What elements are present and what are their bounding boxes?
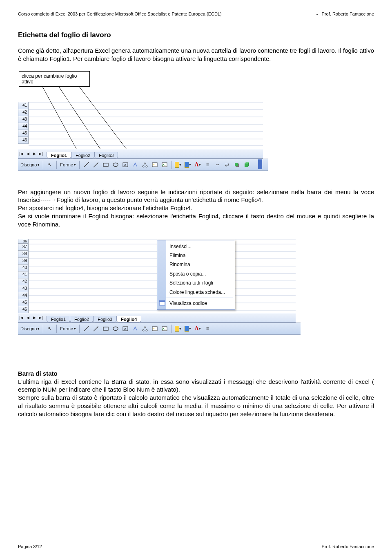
rectangle-icon[interactable] (102, 325, 109, 332)
drawing-toolbar: Disegno ▾ ↖ Forme ▾ A ▾ ▾ A▾ ≡ (18, 323, 301, 335)
line-color-icon[interactable]: ▾ (185, 161, 191, 168)
textbox-icon[interactable]: A (122, 161, 129, 168)
toolbar-separator (79, 325, 80, 333)
pointer-icon[interactable]: ↖ (47, 161, 53, 168)
footer-page-number: Pagina 3/12 (18, 544, 42, 549)
toolbar-separator (43, 161, 43, 169)
oval-icon[interactable] (112, 325, 119, 332)
svg-point-48 (144, 327, 146, 328)
svg-rect-13 (103, 163, 108, 166)
figure-sheet-tabs: clicca per cambiare foglio attivo 41 42 … (18, 70, 263, 177)
line-weight-icon[interactable]: ≡ (204, 161, 211, 168)
toolbar-grip-icon[interactable] (258, 159, 262, 169)
svg-rect-20 (152, 163, 157, 167)
section-heading-etichetta: Etichetta del foglio di lavoro (18, 31, 374, 39)
sheet-tabs-bar: |◀ ◀ ▶ ▶| Foglio1 Foglio2 Foglio3 (18, 149, 263, 159)
footer-author: Prof. Roberto Fantaccione (322, 544, 374, 549)
picture-icon[interactable] (161, 161, 168, 168)
paragraph-intro-1: Come già detto, all'apertura Excel gener… (18, 47, 374, 63)
clipart-icon[interactable] (151, 161, 158, 168)
svg-line-10 (84, 162, 89, 167)
sheet-tab-context-menu: Inserisci... Elimina Rinomina Sposta o c… (157, 240, 235, 310)
sheet-tab-foglio3[interactable]: Foglio3 (93, 316, 117, 323)
drawing-toolbar: Disegno ▾ ↖ Forme ▾ A ▾ ▾ A▾ ≡ ┉ ⇄ (18, 159, 268, 171)
forme-menu[interactable]: Forme ▾ (60, 162, 76, 167)
disegno-menu[interactable]: Disegno ▾ (20, 326, 40, 331)
svg-line-42 (94, 327, 98, 331)
rectangle-icon[interactable] (102, 161, 109, 168)
pointer-icon[interactable]: ↖ (47, 325, 53, 332)
sheet-tab-foglio1[interactable]: Foglio1 (47, 316, 70, 323)
textbox-icon[interactable]: A (122, 325, 129, 332)
forme-menu[interactable]: Forme ▾ (60, 326, 76, 331)
tab-nav-next-icon[interactable]: ▶ (31, 151, 37, 157)
header-left: Corso completo di Excel 2003 per Certifi… (18, 11, 222, 16)
tab-nav-prev-icon[interactable]: ◀ (25, 151, 31, 157)
menu-item-elimina[interactable]: Elimina (157, 251, 235, 260)
diagram-icon[interactable] (142, 161, 148, 168)
font-color-icon[interactable]: A▾ (194, 325, 201, 332)
fill-color-icon[interactable]: ▾ (175, 161, 181, 168)
oval-icon[interactable] (112, 161, 119, 168)
clipart-icon[interactable] (151, 325, 158, 332)
paragraph-status-2: Sempre sulla barra di stato è riportato … (18, 394, 374, 418)
tab-nav-last-icon[interactable]: ▶| (38, 315, 44, 320)
sheet-tabs-bar: |◀ ◀ ▶ ▶| Foglio1 Foglio2 Foglio3 Foglio… (18, 313, 296, 323)
toolbar-separator (171, 325, 172, 333)
font-color-icon[interactable]: A▾ (194, 161, 201, 168)
sheet-tab-foglio2[interactable]: Foglio2 (71, 152, 95, 159)
svg-point-19 (146, 166, 147, 167)
svg-rect-51 (152, 327, 157, 331)
wordart-icon[interactable] (132, 161, 138, 168)
svg-rect-25 (245, 164, 248, 167)
arrow-style-icon[interactable]: ⇄ (224, 161, 230, 168)
line-icon[interactable] (83, 325, 89, 332)
fill-color-icon[interactable]: ▾ (175, 325, 181, 332)
line-color-icon[interactable]: ▾ (185, 325, 191, 332)
svg-point-14 (113, 163, 118, 166)
grid-area (18, 99, 263, 148)
svg-point-50 (146, 329, 147, 331)
menu-item-sposta-copia[interactable]: Sposta o copia... (157, 269, 235, 278)
line-weight-icon[interactable]: ≡ (204, 325, 211, 332)
paragraph-add-sheet-1: Per aggiungere un nuovo foglio di lavoro… (18, 188, 374, 204)
sheet-tab-foglio3[interactable]: Foglio3 (94, 152, 118, 159)
figure-context-menu: 36 37 38 39 40 41 42 43 44 45 46 (18, 236, 296, 359)
arrow-icon[interactable] (93, 161, 99, 168)
sheet-tab-foglio4[interactable]: Foglio4 (116, 316, 141, 323)
wordart-icon[interactable] (132, 325, 138, 332)
paragraph-status-1: L'ultima riga di Excel contiene la Barra… (18, 378, 374, 394)
dash-style-icon[interactable]: ┉ (214, 161, 220, 168)
tab-nav-first-icon[interactable]: |◀ (18, 151, 24, 157)
header-right: - Prof. Roberto Fantaccione (316, 11, 374, 16)
line-icon[interactable] (83, 161, 89, 168)
menu-item-inserisci[interactable]: Inserisci... (157, 242, 235, 251)
svg-rect-24 (235, 163, 238, 166)
svg-line-41 (84, 326, 89, 331)
disegno-menu[interactable]: Disegno ▾ (20, 162, 40, 167)
svg-rect-22 (162, 163, 167, 167)
tab-nav-next-icon[interactable]: ▶ (31, 315, 37, 320)
tab-nav-last-icon[interactable]: ▶| (38, 151, 44, 157)
toolbar-separator (171, 161, 172, 169)
menu-item-visualizza-codice[interactable]: Visualizza codice (157, 299, 235, 308)
page-footer: Pagina 3/12 Prof. Roberto Fantaccione (18, 544, 374, 549)
shadow-icon[interactable] (234, 161, 240, 168)
toolbar-separator (79, 161, 80, 169)
tab-nav-prev-icon[interactable]: ◀ (25, 315, 31, 320)
sheet-tab-foglio2[interactable]: Foglio2 (70, 316, 94, 323)
svg-point-21 (154, 164, 154, 164)
svg-point-52 (154, 327, 154, 328)
toolbar-separator (56, 161, 57, 169)
tab-nav-first-icon[interactable]: |◀ (18, 315, 24, 320)
picture-icon[interactable] (161, 325, 168, 332)
diagram-icon[interactable] (142, 325, 148, 332)
threed-icon[interactable] (243, 161, 250, 168)
menu-item-seleziona-tutti[interactable]: Seleziona tutti i fogli (157, 278, 235, 287)
menu-item-rinomina[interactable]: Rinomina (157, 260, 235, 269)
arrow-icon[interactable] (93, 325, 99, 332)
menu-item-colore-linguetta[interactable]: Colore linguetta scheda... (157, 288, 235, 297)
sheet-tab-foglio1[interactable]: Foglio1 (47, 152, 71, 159)
svg-rect-44 (103, 327, 108, 330)
code-icon (159, 300, 165, 306)
